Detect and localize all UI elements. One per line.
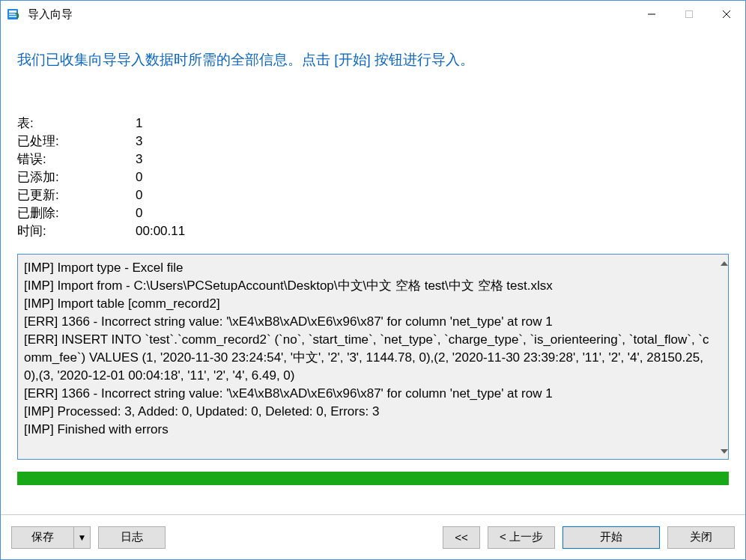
stats-row: 错误:3	[17, 150, 729, 168]
window-title: 导入向导	[28, 7, 73, 22]
log-scrollbar[interactable]	[721, 255, 728, 459]
close-window-button[interactable]	[708, 1, 745, 28]
stats-label: 已处理:	[17, 133, 136, 150]
svg-rect-1	[9, 10, 16, 13]
start-button[interactable]: 开始	[562, 526, 660, 549]
titlebar: 导入向导	[1, 1, 745, 28]
log-panel: [IMP] Import type - Excel file [IMP] Imp…	[17, 254, 729, 460]
stats-label: 已删除:	[17, 204, 136, 222]
window-controls	[633, 1, 745, 28]
save-button[interactable]: 保存	[11, 526, 74, 549]
scroll-up-icon[interactable]	[721, 258, 728, 268]
stats-row: 已添加:0	[17, 168, 729, 186]
save-split-button[interactable]: 保存 ▼	[11, 526, 91, 549]
stats-value: 00:00.11	[136, 222, 185, 240]
import-wizard-window: 导入向导 我们已收集向导导入数据时所需的全部信息。点击 [开始] 按钮进行导入。…	[0, 0, 746, 560]
caret-down-icon: ▼	[78, 533, 87, 542]
previous-button[interactable]: < 上一步	[488, 526, 555, 549]
stats-row: 表:1	[17, 115, 729, 133]
footer-bar: 保存 ▼ 日志 << < 上一步 开始 关闭	[1, 514, 745, 559]
stats-label: 错误:	[17, 150, 136, 168]
first-page-button[interactable]: <<	[443, 526, 480, 549]
app-icon	[7, 7, 22, 22]
stats-label: 表:	[17, 115, 136, 133]
stats-label: 时间:	[17, 222, 136, 240]
stats-row: 已删除:0	[17, 204, 729, 222]
stats-label: 已添加:	[17, 168, 136, 186]
save-dropdown-button[interactable]: ▼	[74, 526, 91, 549]
scroll-down-icon[interactable]	[721, 445, 728, 456]
progress-bar	[17, 472, 729, 485]
stats-value: 3	[136, 150, 142, 168]
stats-table: 表:1已处理:3错误:3已添加:0已更新:0已删除:0时间:00:00.11	[17, 115, 729, 240]
stats-value: 0	[136, 204, 142, 222]
stats-value: 0	[136, 186, 142, 204]
log-button[interactable]: 日志	[98, 526, 166, 549]
stats-value: 3	[136, 133, 142, 150]
svg-rect-3	[9, 16, 16, 17]
stats-row: 已更新:0	[17, 186, 729, 204]
log-textarea[interactable]: [IMP] Import type - Excel file [IMP] Imp…	[18, 255, 721, 459]
content-area: 我们已收集向导导入数据时所需的全部信息。点击 [开始] 按钮进行导入。 表:1已…	[1, 28, 745, 514]
stats-label: 已更新:	[17, 186, 136, 204]
stats-row: 时间:00:00.11	[17, 222, 729, 240]
close-button[interactable]: 关闭	[667, 526, 735, 549]
maximize-button	[670, 1, 708, 28]
minimize-button[interactable]	[633, 1, 670, 28]
svg-rect-5	[686, 11, 693, 18]
stats-value: 0	[136, 168, 142, 186]
wizard-headline: 我们已收集向导导入数据时所需的全部信息。点击 [开始] 按钮进行导入。	[17, 50, 729, 70]
stats-value: 1	[136, 115, 142, 133]
progress-fill	[17, 472, 729, 485]
stats-row: 已处理:3	[17, 133, 729, 150]
